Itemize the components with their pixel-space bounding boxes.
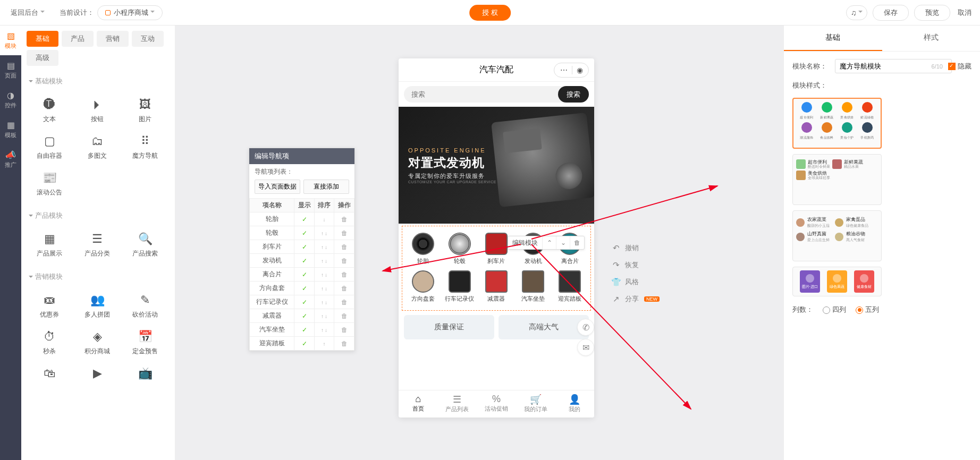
sort-down-icon[interactable]: ↓: [325, 231, 327, 236]
cube-item[interactable]: 行车记录仪: [441, 270, 478, 303]
hide-checkbox[interactable]: [948, 63, 956, 70]
style-option-1[interactable]: 超市便利 新鲜果蔬 美食烘焙 鲜花绿植 潮流服饰 食品饮料 美妆个护 手机数码: [792, 98, 882, 149]
capsule[interactable]: ⋯ ◉: [554, 63, 589, 78]
module-scroll-notice[interactable]: 📰滚动公告: [26, 166, 73, 202]
cell-delete[interactable]: 🗑: [334, 323, 354, 337]
sort-up-icon[interactable]: ↑: [321, 244, 324, 250]
radio-5cols[interactable]: 五列: [856, 305, 879, 314]
module-points-mall[interactable]: ◈积分商城: [73, 325, 121, 361]
cell-name[interactable]: 轮毂: [250, 226, 294, 240]
cell-name[interactable]: 离合片: [250, 268, 294, 282]
wechat-icon[interactable]: ✉: [577, 339, 594, 356]
sort-up-icon[interactable]: ↑: [321, 258, 324, 264]
cube-item[interactable]: 轮毂: [441, 233, 478, 265]
module-text[interactable]: 🅣文本: [26, 92, 73, 129]
cell-name[interactable]: 轮胎: [250, 212, 294, 226]
sort-up-icon[interactable]: ↑: [321, 327, 324, 333]
move-up-icon[interactable]: ⌃: [543, 236, 556, 249]
cell-show[interactable]: ✓: [294, 240, 315, 254]
authorize-button[interactable]: 授 权: [469, 5, 511, 21]
cell-name[interactable]: 汽车坐垫: [250, 323, 294, 337]
cube-item[interactable]: 轮胎: [404, 233, 441, 265]
cube-item[interactable]: 减震器: [478, 270, 514, 303]
cell-show[interactable]: ✓: [294, 295, 315, 309]
tab-basic[interactable]: 基础: [27, 31, 58, 47]
module-coupon[interactable]: 🎟优惠券: [26, 288, 73, 325]
search-button[interactable]: 搜索: [558, 86, 589, 103]
cell-show[interactable]: ✓: [294, 337, 315, 351]
tabbar-item[interactable]: 👤我的: [555, 390, 594, 418]
tab-marketing[interactable]: 营销: [97, 31, 129, 47]
module-product-category[interactable]: ☰产品分类: [73, 227, 121, 263]
module-bargain[interactable]: ✎砍价活动: [121, 288, 169, 325]
nav-controls[interactable]: ◑控件: [0, 85, 21, 115]
redo-action[interactable]: ↷恢复: [611, 260, 660, 270]
preview-button[interactable]: 预览: [914, 5, 950, 21]
sort-up-icon[interactable]: ↑: [323, 341, 326, 347]
headset-icon[interactable]: ♫: [846, 5, 867, 20]
cell-delete[interactable]: 🗑: [334, 254, 354, 268]
import-page-data-button[interactable]: 导入页面数据: [255, 180, 300, 194]
save-button[interactable]: 保存: [873, 5, 909, 21]
nav-template[interactable]: ▦模板: [0, 115, 21, 144]
cell-show[interactable]: ✓: [294, 282, 315, 295]
module-free-container[interactable]: ▢自由容器: [26, 129, 73, 166]
nav-modules[interactable]: ▧模块: [0, 25, 21, 55]
promo-card-1[interactable]: 质量保证: [404, 315, 494, 339]
move-down-icon[interactable]: ⌄: [556, 236, 570, 249]
radio-4cols[interactable]: 四列: [823, 305, 846, 314]
sort-up-icon[interactable]: ↑: [321, 313, 324, 319]
module-product-search[interactable]: 🔍产品搜索: [121, 227, 169, 263]
cell-show[interactable]: ✓: [294, 323, 315, 337]
sort-down-icon[interactable]: ↓: [325, 327, 327, 333]
sort-down-icon[interactable]: ↓: [325, 272, 327, 278]
cell-delete[interactable]: 🗑: [334, 268, 354, 282]
style-action[interactable]: 👕风格: [611, 277, 660, 287]
sort-up-icon[interactable]: ↑: [321, 286, 324, 292]
prop-tab-basic[interactable]: 基础: [784, 25, 882, 51]
tab-advanced[interactable]: 高级: [27, 50, 58, 66]
cube-item[interactable]: 汽车坐垫: [515, 270, 552, 303]
cell-name[interactable]: 发动机: [250, 254, 294, 268]
module-group-buy[interactable]: 👥多人拼团: [73, 288, 121, 325]
module-extra-1[interactable]: 🛍: [26, 361, 73, 389]
promo-card-2[interactable]: 高端大气: [499, 315, 589, 339]
cell-name[interactable]: 减震器: [250, 309, 294, 323]
cell-show[interactable]: ✓: [294, 212, 315, 226]
module-seckill[interactable]: ⏱秒杀: [26, 325, 73, 361]
delete-icon[interactable]: 🗑: [570, 236, 584, 249]
search-input[interactable]: [404, 86, 567, 103]
sort-down-icon[interactable]: ↓: [325, 286, 327, 292]
cube-item[interactable]: 方向盘套: [404, 270, 441, 303]
share-action[interactable]: ↗分享NEW: [611, 294, 660, 304]
section-basic[interactable]: 基础模块: [21, 71, 175, 89]
cell-delete[interactable]: 🗑: [334, 212, 354, 226]
cell-delete[interactable]: 🗑: [334, 240, 354, 254]
tabbar-item[interactable]: ⌂首页: [399, 390, 438, 418]
sort-down-icon[interactable]: ↓: [325, 244, 327, 250]
edit-module-label[interactable]: 编辑模块: [508, 236, 543, 249]
style-option-4[interactable]: 图片·进口 绿色果蔬 健康食材: [792, 267, 882, 296]
cell-delete[interactable]: 🗑: [334, 226, 354, 240]
cancel-link[interactable]: 取消: [956, 8, 974, 18]
cell-delete[interactable]: 🗑: [334, 309, 354, 323]
sort-down-icon[interactable]: ↓: [325, 313, 327, 319]
module-button[interactable]: ⏵按钮: [73, 92, 121, 129]
cell-name[interactable]: 方向盘套: [250, 282, 294, 295]
tabbar-item[interactable]: 🛒我的订单: [516, 390, 555, 418]
module-image[interactable]: 🖼图片: [121, 92, 169, 129]
tab-product[interactable]: 产品: [62, 31, 94, 47]
cube-item[interactable]: 迎宾踏板: [552, 270, 588, 303]
sort-up-icon[interactable]: ↑: [321, 231, 324, 236]
cell-show[interactable]: ✓: [294, 254, 315, 268]
cell-name[interactable]: 迎宾踏板: [250, 337, 294, 351]
style-option-3[interactable]: 农家蔬菜酸甜的小玉茄 山野真菌爱上山庄生鲜 家禽蛋品绿色健康食品 粮油谷物高人气…: [792, 210, 882, 261]
section-marketing[interactable]: 营销模块: [21, 267, 175, 285]
cell-name[interactable]: 刹车片: [250, 240, 294, 254]
tab-interact[interactable]: 互动: [132, 31, 164, 47]
tabbar-item[interactable]: %活动促销: [477, 390, 516, 418]
cell-delete[interactable]: 🗑: [334, 295, 354, 309]
module-extra-2[interactable]: ▶: [73, 361, 121, 389]
design-selector[interactable]: 小程序商城: [97, 5, 163, 20]
module-extra-3[interactable]: 📺: [121, 361, 169, 389]
